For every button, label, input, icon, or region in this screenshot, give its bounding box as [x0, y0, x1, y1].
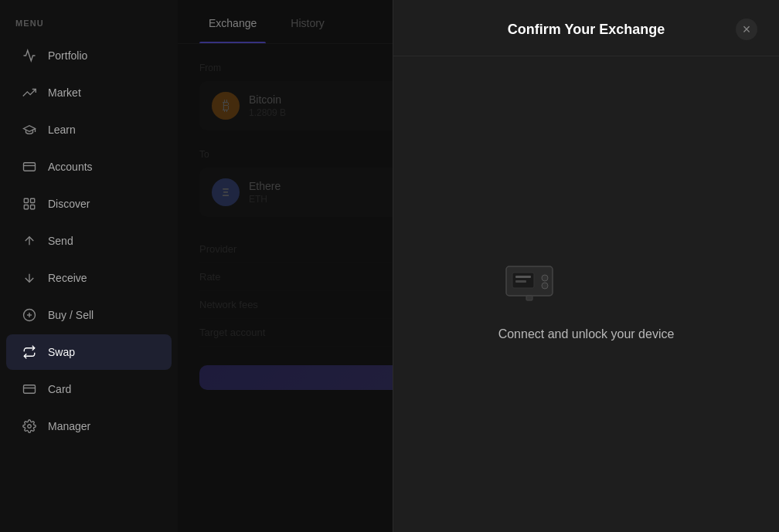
modal-header: Confirm Your Exchange × [393, 0, 779, 56]
svg-rect-2 [24, 198, 28, 202]
send-icon [22, 233, 37, 249]
sidebar-item-portfolio[interactable]: Portfolio [6, 38, 172, 73]
sidebar-item-swap[interactable]: Swap [6, 334, 172, 370]
manager-icon [22, 418, 37, 434]
sidebar-item-manager[interactable]: Manager [6, 408, 172, 444]
swap-icon [22, 344, 37, 360]
svg-rect-4 [24, 205, 28, 209]
svg-rect-0 [24, 163, 36, 171]
receive-icon [22, 270, 37, 286]
svg-point-13 [28, 425, 32, 429]
learn-icon [22, 122, 37, 137]
menu-label: MENU [0, 12, 178, 37]
sidebar: MENU Portfolio Market Learn [0, 0, 178, 532]
svg-rect-16 [515, 276, 531, 278]
modal-close-button[interactable]: × [736, 19, 757, 40]
sidebar-item-buy-sell[interactable]: Buy / Sell [6, 297, 172, 333]
svg-rect-5 [31, 205, 35, 209]
sidebar-item-market[interactable]: Market [6, 75, 172, 110]
sidebar-item-learn[interactable]: Learn [6, 112, 172, 147]
svg-rect-20 [526, 296, 532, 300]
accounts-icon [22, 159, 37, 175]
card-icon [22, 381, 37, 397]
confirm-exchange-modal: Confirm Your Exchange × [393, 0, 779, 532]
sidebar-item-card[interactable]: Card [6, 371, 172, 407]
modal-body: Connect and unlock your device [393, 56, 779, 532]
svg-rect-11 [24, 385, 36, 394]
svg-rect-17 [515, 280, 526, 283]
hardware-wallet-icon [498, 247, 675, 309]
modal-title: Confirm Your Exchange [437, 22, 736, 38]
svg-point-18 [542, 275, 548, 281]
portfolio-icon [22, 48, 37, 63]
discover-icon [22, 196, 37, 212]
sidebar-item-accounts[interactable]: Accounts [6, 149, 172, 185]
sidebar-item-discover[interactable]: Discover [6, 186, 172, 222]
svg-point-19 [542, 283, 548, 289]
buy-sell-icon [22, 307, 37, 323]
svg-rect-3 [31, 198, 35, 202]
device-prompt-text: Connect and unlock your device [498, 327, 675, 341]
sidebar-item-receive[interactable]: Receive [6, 260, 172, 296]
market-icon [22, 85, 37, 100]
device-prompt-container: Connect and unlock your device [498, 247, 675, 341]
sidebar-item-send[interactable]: Send [6, 223, 172, 259]
